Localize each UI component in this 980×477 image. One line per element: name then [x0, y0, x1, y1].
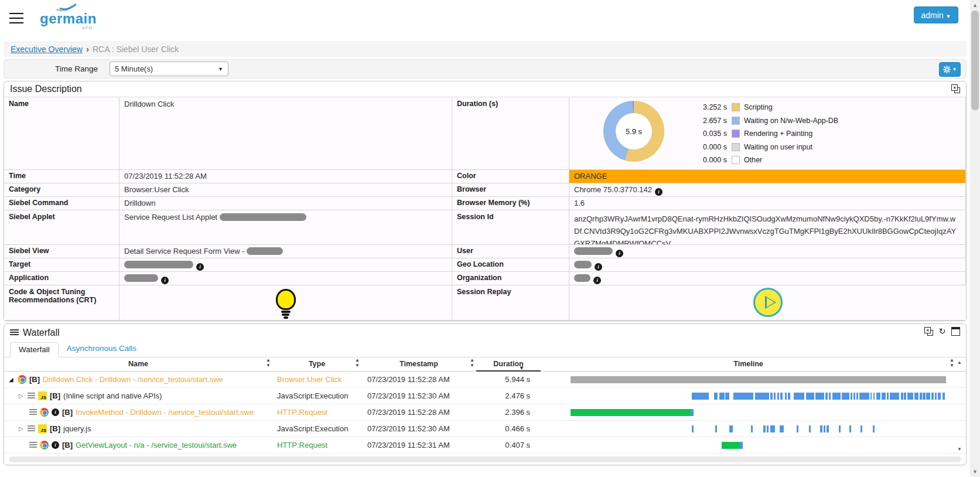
waterfall-table-header: Name▲▼ Type▲▼ Timestamp▲▼ Duration▼ Time…	[4, 357, 966, 372]
admin-menu-button[interactable]: admin▼	[914, 6, 958, 23]
waterfall-header: Waterfall × ↻	[4, 324, 966, 342]
info-icon[interactable]: i	[161, 277, 169, 284]
waterfall-title: Waterfall	[23, 328, 60, 338]
call-name[interactable]: Drilldown Click - Drilldown - /service_t…	[43, 375, 223, 384]
redacted-value	[574, 274, 590, 282]
time-range-select[interactable]: 5 Minute(s) ▼	[110, 62, 228, 76]
call-name[interactable]: GetViewLayout - n/a - /service_testoui/s…	[76, 441, 237, 449]
browser-label: Browser	[452, 183, 569, 197]
legend-swatch	[732, 117, 740, 125]
info-icon[interactable]: i	[595, 263, 602, 271]
legend-item: 0.000 s Waiting on user input	[696, 141, 838, 154]
browser-badge: [B]	[62, 441, 73, 449]
call-name[interactable]: (Inline script and native APIs)	[63, 391, 162, 400]
browser-memory-label: Browser Memory (%)	[452, 197, 569, 210]
call-timestamp: 07/23/2019 11:52:28 AM	[361, 375, 476, 384]
sort-icon: ▲▼	[470, 357, 474, 368]
legend-swatch	[732, 143, 740, 151]
export-image-icon[interactable]: ×	[924, 327, 933, 336]
timeline-bar[interactable]	[543, 425, 954, 433]
info-icon[interactable]: i	[616, 250, 623, 257]
sort-icon: ▲▼	[266, 357, 271, 368]
info-icon[interactable]: i	[52, 408, 59, 416]
legend-swatch	[732, 103, 740, 111]
call-type: JavaScript:Execution	[272, 391, 361, 400]
sort-desc-icon: ▼	[519, 362, 524, 374]
waterfall-row[interactable]: ◢[B]Drilldown Click - Drilldown - /servi…	[4, 372, 966, 388]
session-replay-play-button[interactable]	[753, 288, 783, 317]
waterfall-row[interactable]: i[B]GetViewLayout - n/a - /service_testo…	[4, 437, 966, 454]
chevron-down-icon: ▼	[946, 13, 951, 19]
browser-value: Chrome 75.0.3770.142	[574, 185, 652, 194]
legend-value: 3.252 s	[696, 103, 727, 111]
timeline-bar[interactable]	[543, 441, 954, 449]
time-range-toolbar: Time Range 5 Minute(s) ▼ ▼	[4, 59, 967, 79]
call-type: HTTP:Request	[272, 408, 361, 417]
call-type: HTTP:Request	[272, 441, 361, 449]
chrome-browser-icon	[40, 408, 49, 417]
waterfall-row[interactable]: ▷JS[B]jquery.js JavaScript:Execution 07/…	[4, 421, 966, 437]
top-bar: germain APM admin▼	[0, 0, 970, 35]
time-label: Time	[4, 170, 119, 183]
column-header-duration[interactable]: Duration▼	[476, 357, 541, 372]
issue-description-panel: Issue Description × Name Drilldown Click…	[4, 81, 967, 321]
timeline-bar[interactable]	[543, 392, 954, 400]
settings-button[interactable]: ▼	[939, 62, 961, 77]
column-header-type[interactable]: Type▲▼	[272, 357, 361, 372]
chrome-browser-icon	[18, 375, 26, 384]
legend-label: Other	[744, 156, 762, 164]
hamburger-menu-icon[interactable]	[9, 9, 23, 21]
call-duration: 5.944 s	[476, 375, 541, 384]
column-header-name[interactable]: Name▲▼	[4, 357, 272, 372]
legend-swatch	[732, 156, 740, 164]
refresh-icon[interactable]: ↻	[938, 327, 947, 336]
category-value: Browser:User Click	[119, 183, 452, 197]
breadcrumb: Executive Overview › RCA : Siebel User C…	[4, 41, 967, 57]
tab-asynchronous-calls[interactable]: Asynchronous Calls	[59, 342, 145, 357]
scroll-up-icon[interactable]: ▲	[970, 2, 980, 8]
expand-caret-icon[interactable]: ▷	[19, 425, 25, 432]
breadcrumb-link-executive-overview[interactable]: Executive Overview	[11, 45, 83, 54]
page-scrollbar[interactable]: ▲ ▼	[970, 0, 980, 477]
siebel-applet-label: Siebel Applet	[4, 210, 119, 245]
column-header-timeline[interactable]: Timeline▲▼	[541, 357, 956, 372]
tab-waterfall[interactable]: Waterfall	[10, 342, 59, 357]
browser-badge: [B]	[29, 375, 40, 384]
column-header-timestamp[interactable]: Timestamp▲▼	[361, 357, 476, 372]
timeline-bar[interactable]	[543, 408, 954, 417]
crt-value-cell	[119, 285, 452, 321]
javascript-icon: JS	[38, 424, 47, 433]
horizontal-scrollbar[interactable]	[9, 456, 961, 462]
info-icon[interactable]: i	[655, 188, 663, 196]
siebel-view-value-cell: Detail Service Request Form View -	[119, 245, 452, 258]
siebel-applet-value: Service Request List Applet	[124, 213, 217, 222]
logo-text: germain	[40, 11, 97, 26]
call-timestamp: 07/23/2019 11:52:30 AM	[361, 391, 476, 400]
application-label: Application	[4, 272, 119, 285]
siebel-command-value: Drilldown	[119, 197, 452, 210]
scroll-down-icon[interactable]: ▼	[970, 469, 980, 475]
table-scrollbar[interactable]: ▲	[956, 357, 966, 372]
user-label: User	[452, 245, 569, 258]
timeline-bar[interactable]	[543, 376, 954, 384]
expand-window-icon[interactable]	[951, 327, 960, 336]
legend-value: 0.000 s	[696, 156, 727, 164]
organization-value-cell: i	[569, 272, 966, 285]
time-range-value: 5 Minute(s)	[115, 64, 153, 73]
gear-icon	[943, 66, 951, 73]
info-icon[interactable]: i	[52, 441, 59, 449]
waterfall-row[interactable]: ▷JS[B](Inline script and native APIs) Ja…	[4, 388, 966, 404]
export-image-icon[interactable]: ×	[951, 84, 960, 93]
info-icon[interactable]: i	[593, 277, 601, 284]
collapse-caret-icon[interactable]: ◢	[9, 376, 15, 383]
scroll-up-icon[interactable]: ▲	[957, 360, 962, 365]
scrollbar-thumb[interactable]	[971, 11, 979, 110]
call-name[interactable]: jquery.js	[63, 424, 91, 433]
expand-caret-icon[interactable]: ▷	[19, 393, 25, 399]
call-name[interactable]: InvokeMethod - Drilldown - /service_test…	[76, 408, 254, 417]
lightbulb-icon[interactable]	[274, 289, 298, 319]
scroll-down-icon[interactable]: ▼	[957, 447, 962, 452]
info-icon[interactable]: i	[196, 263, 204, 271]
waterfall-row[interactable]: i[B]InvokeMethod - Drilldown - /service_…	[4, 404, 966, 421]
list-icon	[28, 425, 35, 432]
